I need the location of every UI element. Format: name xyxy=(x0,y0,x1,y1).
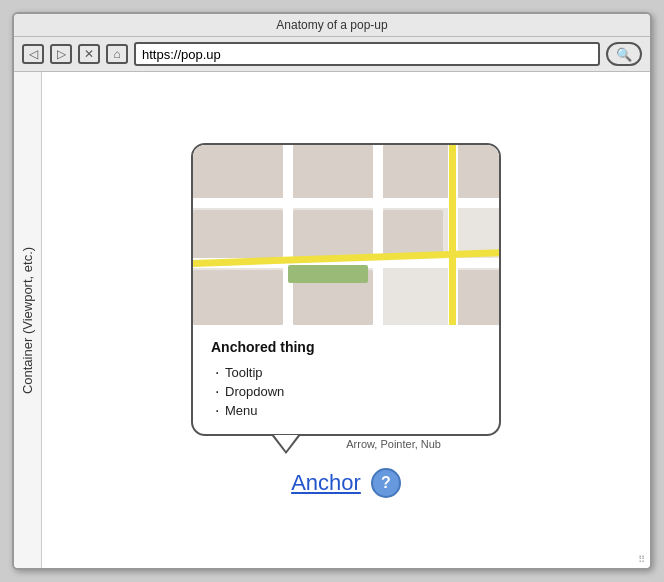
arrow-label: Arrow, Pointer, Nub xyxy=(346,438,441,450)
anchor-row: Anchor ? xyxy=(291,468,401,498)
list-item: Menu xyxy=(211,401,481,420)
popup-list: Tooltip Dropdown Menu xyxy=(211,363,481,420)
popup-title: Anchored thing xyxy=(211,339,481,355)
list-item: Dropdown xyxy=(211,382,481,401)
popup-box: Anchored thing Tooltip Dropdown Menu xyxy=(191,143,501,436)
sidebar: Container (Viewport, etc.) xyxy=(14,72,42,568)
help-icon: ? xyxy=(381,474,391,492)
popup-info: Anchored thing Tooltip Dropdown Menu xyxy=(193,325,499,434)
close-button[interactable]: ✕ xyxy=(78,44,100,64)
main-content: Anchored thing Tooltip Dropdown Menu Arr… xyxy=(42,72,650,568)
address-bar[interactable] xyxy=(134,42,600,66)
popup-container: Anchored thing Tooltip Dropdown Menu Arr… xyxy=(191,143,501,498)
back-button[interactable]: ◁ xyxy=(22,44,44,64)
map-area xyxy=(193,145,499,325)
home-button[interactable]: ⌂ xyxy=(106,44,128,64)
title-bar: Anatomy of a pop-up xyxy=(14,14,650,37)
search-button[interactable]: 🔍 xyxy=(606,42,642,66)
browser-window: Anatomy of a pop-up ◁ ▷ ✕ ⌂ 🔍 Container … xyxy=(12,12,652,570)
resize-handle[interactable]: ⠿ xyxy=(638,555,645,565)
anchor-link[interactable]: Anchor xyxy=(291,470,361,496)
forward-button[interactable]: ▷ xyxy=(50,44,72,64)
toolbar: ◁ ▷ ✕ ⌂ 🔍 xyxy=(14,37,650,72)
search-icon: 🔍 xyxy=(616,47,632,62)
arrow-area: Arrow, Pointer, Nub xyxy=(191,436,501,454)
popup-arrow xyxy=(272,436,300,454)
content-area: Container (Viewport, etc.) xyxy=(14,72,650,568)
sidebar-label: Container (Viewport, etc.) xyxy=(20,246,35,393)
list-item: Tooltip xyxy=(211,363,481,382)
window-title: Anatomy of a pop-up xyxy=(276,18,387,32)
help-button[interactable]: ? xyxy=(371,468,401,498)
